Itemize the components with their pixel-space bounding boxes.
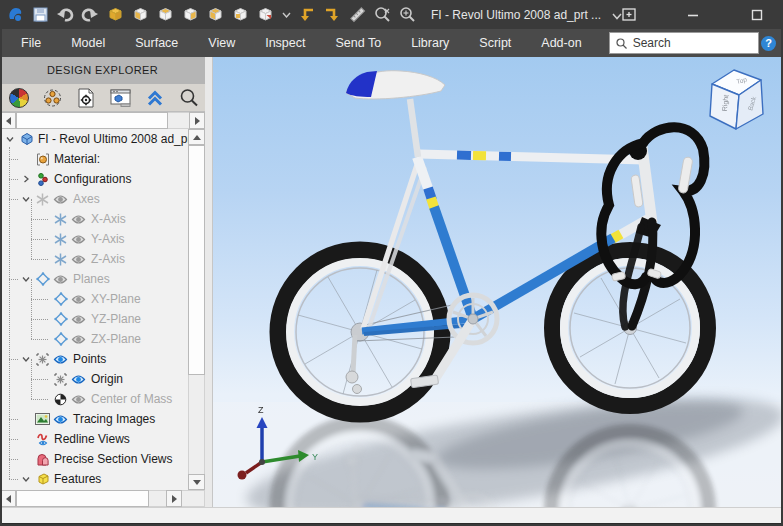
tree-item-points[interactable]: Points (0, 349, 188, 369)
measure-icon[interactable] (348, 6, 366, 24)
view-cube-right-icon[interactable] (206, 6, 224, 24)
tree-item-fi-revol-ultimo-2008-ad-prt[interactable]: FI - Revol Ultimo 2008 ad_prt (0, 129, 188, 149)
tree-item-features[interactable]: Features (0, 469, 188, 489)
scroll-thumb[interactable] (188, 145, 205, 375)
view-cube-top-icon[interactable] (181, 6, 199, 24)
scroll-right-button[interactable] (166, 490, 182, 507)
view-manager-icon[interactable] (110, 87, 131, 108)
view-cube-front-icon[interactable] (131, 6, 149, 24)
visibility-eye-icon[interactable] (69, 312, 88, 326)
tree-item-precise-section-views[interactable]: Precise Section Views (0, 449, 188, 469)
menu-item-inspect[interactable]: Inspect (250, 29, 320, 57)
panel-splitter[interactable] (205, 57, 213, 507)
minimize-button[interactable] (686, 8, 700, 22)
scroll-right-button[interactable] (189, 112, 205, 129)
visibility-eye-icon[interactable] (69, 232, 88, 246)
visibility-eye-icon[interactable] (51, 412, 70, 426)
expander-down-icon[interactable] (18, 191, 34, 207)
menu-bar: FileModelSurfaceViewInspectSend ToLibrar… (0, 29, 783, 57)
scroll-up-button[interactable] (188, 129, 205, 145)
tree-item-axes[interactable]: Axes (0, 189, 188, 209)
title-bar: FI - Revol Ultimo 2008 ad_prt ... (0, 0, 783, 29)
explorer-vscrollbar[interactable] (188, 129, 205, 490)
visibility-eye-icon[interactable] (69, 332, 88, 346)
section-icon (34, 451, 51, 467)
menu-item-view[interactable]: View (193, 29, 250, 57)
zoom-out-tool-icon[interactable] (373, 6, 391, 24)
view-cube-left-icon[interactable] (156, 6, 174, 24)
scroll-thumb[interactable] (16, 490, 149, 507)
visibility-eye-icon[interactable] (69, 212, 88, 226)
explorer-hscrollbar-bottom[interactable] (0, 490, 205, 507)
view-cube-marked-icon[interactable] (256, 6, 274, 24)
scroll-left-button[interactable] (0, 112, 16, 129)
visibility-eye-icon[interactable] (51, 272, 70, 286)
tree-item-xy-plane[interactable]: XY-Plane (0, 289, 188, 309)
expander-spacer (18, 151, 34, 167)
menu-item-surface[interactable]: Surface (120, 29, 193, 57)
new-part-cube-icon[interactable] (106, 6, 124, 24)
visibility-eye-icon[interactable] (69, 392, 88, 406)
find-icon[interactable] (178, 87, 199, 108)
tree-item-redline-views[interactable]: Redline Views (0, 429, 188, 449)
roll-back-icon[interactable] (298, 6, 316, 24)
tree-item-center-of-mass[interactable]: Center of Mass (0, 389, 188, 409)
search-icon (616, 38, 627, 49)
assembly-options-icon[interactable] (42, 87, 63, 108)
menu-item-model[interactable]: Model (56, 29, 120, 57)
undo-icon[interactable] (56, 6, 74, 24)
title-dropdown-icon[interactable] (612, 6, 622, 24)
explorer-hscrollbar-top[interactable] (0, 112, 205, 129)
tree-item-origin[interactable]: Origin (0, 369, 188, 389)
menu-item-send-to[interactable]: Send To (320, 29, 396, 57)
zoom-fit-tool-icon[interactable] (398, 6, 416, 24)
maximize-button[interactable] (750, 8, 764, 22)
collapse-all-icon[interactable] (144, 87, 165, 108)
redo-icon[interactable] (81, 6, 99, 24)
save-icon[interactable] (31, 6, 49, 24)
scroll-thumb[interactable] (16, 112, 168, 129)
search-input[interactable] (631, 35, 745, 51)
menu-item-script[interactable]: Script (464, 29, 526, 57)
visibility-eye-icon[interactable] (69, 292, 88, 306)
visibility-eye-icon[interactable] (69, 252, 88, 266)
visibility-eye-icon[interactable] (69, 372, 88, 386)
tree-item-tracing-images[interactable]: Tracing Images (0, 409, 188, 429)
menu-item-add-on[interactable]: Add-on (526, 29, 596, 57)
view-cube-back-icon[interactable] (231, 6, 249, 24)
tree-item-z-axis[interactable]: Z-Axis (0, 249, 188, 269)
tree-item-label: Tracing Images (73, 412, 155, 426)
tree-item-label: Center of Mass (91, 392, 172, 406)
tree-item-yz-plane[interactable]: YZ-Plane (0, 309, 188, 329)
tree-item-planes[interactable]: Planes (0, 269, 188, 289)
search-box[interactable] (609, 32, 759, 54)
view-cube[interactable]: Top Right Back (710, 70, 763, 129)
visibility-eye-icon[interactable] (51, 192, 70, 206)
views-dropdown-icon[interactable] (281, 6, 291, 24)
workspace-button[interactable] (622, 8, 636, 22)
visibility-eye-icon[interactable] (51, 352, 70, 366)
expander-down-icon[interactable] (2, 131, 18, 147)
expander-down-icon[interactable] (18, 351, 34, 367)
tree-item-x-axis[interactable]: X-Axis (0, 209, 188, 229)
design-explorer-tree: FI - Revol Ultimo 2008 ad_prtMaterial:Co… (0, 129, 188, 490)
tree-item-zx-plane[interactable]: ZX-Plane (0, 329, 188, 349)
tree-item-y-axis[interactable]: Y-Axis (0, 229, 188, 249)
expander-right-icon[interactable] (18, 171, 34, 187)
tree-item-label: Planes (73, 272, 110, 286)
document-properties-icon[interactable] (76, 87, 97, 108)
scroll-left-button[interactable] (0, 490, 16, 507)
plane-icon (34, 271, 51, 287)
roll-forward-icon[interactable] (323, 6, 341, 24)
tree-connector (31, 319, 48, 320)
expander-down-icon[interactable] (18, 471, 34, 487)
expander-down-icon[interactable] (18, 271, 34, 287)
tree-item-configurations[interactable]: Configurations (0, 169, 188, 189)
tree-item-material[interactable]: Material: (0, 149, 188, 169)
color-wheel-icon[interactable] (8, 87, 29, 108)
3d-viewport[interactable]: Top Right Back Z Y (205, 57, 783, 507)
help-button[interactable]: ? (761, 36, 776, 51)
menu-item-library[interactable]: Library (396, 29, 464, 57)
menu-item-file[interactable]: File (6, 29, 56, 57)
scroll-down-button[interactable] (188, 474, 205, 490)
